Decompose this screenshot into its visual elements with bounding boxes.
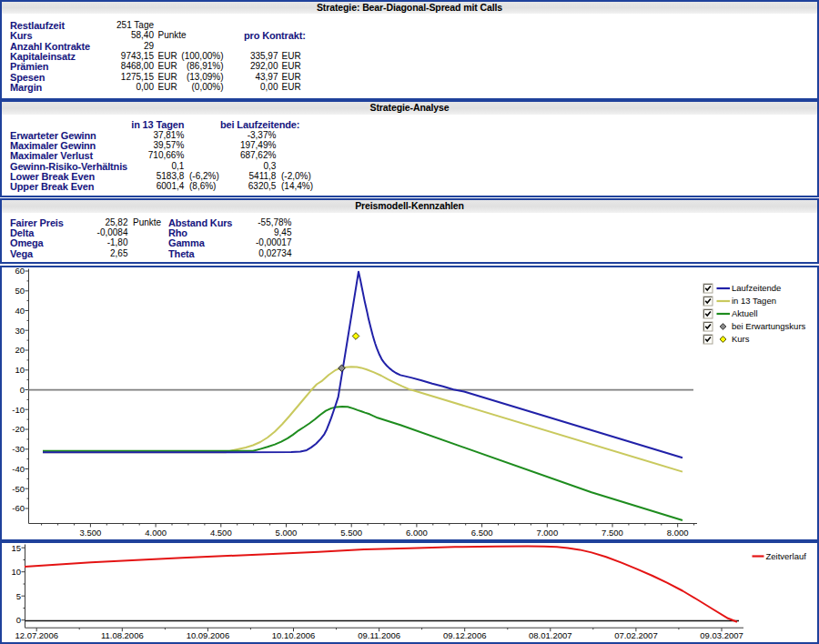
svg-text:7.000: 7.000 <box>536 528 558 538</box>
svg-text:09.12.2006: 09.12.2006 <box>443 630 487 640</box>
svg-text:-10: -10 <box>12 405 25 415</box>
svg-text:6.500: 6.500 <box>471 528 493 538</box>
svg-text:07.02.2007: 07.02.2007 <box>614 630 658 640</box>
svg-text:bei Erwartungskurs: bei Erwartungskurs <box>732 321 806 331</box>
svg-text:Kurs: Kurs <box>732 334 750 344</box>
svg-text:-50: -50 <box>12 484 25 494</box>
svg-text:0: 0 <box>16 615 21 625</box>
svg-text:60: 60 <box>15 266 25 276</box>
svg-text:10.09.2006: 10.09.2006 <box>187 630 230 640</box>
svg-text:09.11.2006: 09.11.2006 <box>358 630 400 640</box>
svg-text:15: 15 <box>11 543 21 553</box>
svg-text:7.500: 7.500 <box>602 528 623 538</box>
svg-text:08.01.2007: 08.01.2007 <box>529 630 572 640</box>
svg-text:5: 5 <box>16 591 21 601</box>
svg-text:Aktuell: Aktuell <box>732 308 758 318</box>
svg-text:11.08.2006: 11.08.2006 <box>101 630 144 640</box>
svg-text:4.000: 4.000 <box>145 528 167 538</box>
svg-text:6.000: 6.000 <box>406 528 428 538</box>
svg-text:12.07.2006: 12.07.2006 <box>15 630 58 640</box>
svg-text:-40: -40 <box>12 464 25 474</box>
svg-text:50: 50 <box>15 286 25 296</box>
svg-text:in 13 Tagen: in 13 Tagen <box>732 296 776 306</box>
svg-text:-30: -30 <box>12 444 25 454</box>
svg-text:10: 10 <box>15 365 25 375</box>
svg-text:-60: -60 <box>12 503 25 513</box>
svg-text:8.000: 8.000 <box>667 528 689 538</box>
svg-text:0: 0 <box>20 385 25 395</box>
svg-text:4.500: 4.500 <box>210 528 232 538</box>
svg-text:-20: -20 <box>12 424 25 434</box>
svg-text:09.03.2007: 09.03.2007 <box>700 630 743 640</box>
svg-text:Zeitverlauf: Zeitverlauf <box>766 551 807 561</box>
svg-text:40: 40 <box>15 306 25 316</box>
svg-text:5.500: 5.500 <box>340 528 362 538</box>
svg-text:5.000: 5.000 <box>276 528 298 538</box>
svg-text:20: 20 <box>15 345 25 355</box>
svg-text:10: 10 <box>11 567 21 577</box>
svg-text:10.10.2006: 10.10.2006 <box>272 630 316 640</box>
svg-text:3.500: 3.500 <box>80 528 102 538</box>
svg-text:30: 30 <box>15 326 25 336</box>
svg-text:Laufzeitende: Laufzeitende <box>732 283 781 293</box>
